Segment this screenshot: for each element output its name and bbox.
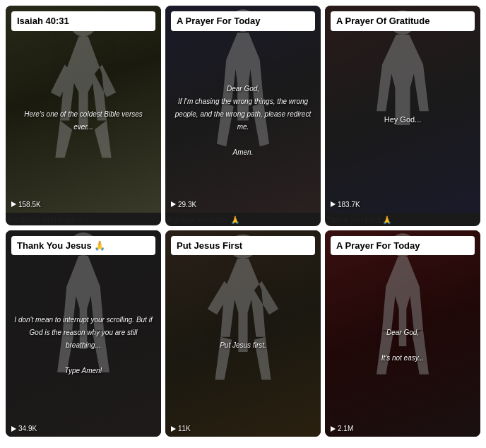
card-column-2: A Prayer For TodayDear God, If I'm chasi…	[165, 6, 321, 226]
play-icon	[331, 201, 336, 207]
video-card-5[interactable]: Put Jesus First♪Put Jesus first.11K	[165, 230, 321, 437]
card-title-box: A Prayer For Today	[171, 11, 315, 31]
views-count: 183.7K	[338, 201, 360, 208]
video-card-6[interactable]: A Prayer For Today♪Dear God, It's not ea…	[325, 230, 480, 437]
card-views: 34.9K	[11, 425, 37, 432]
card-column-3: A Prayer Of GratitudeHey God...183.7KTha…	[325, 6, 480, 226]
card-column-6: A Prayer For Today♪Dear God, It's not ea…	[325, 230, 480, 437]
card-overlay-text: Hey God...	[325, 112, 480, 126]
views-count: 11K	[178, 425, 191, 432]
card-title: A Prayer For Today	[336, 240, 469, 252]
card-overlay-text: Here's one of the coldest Bible verses e…	[6, 107, 161, 132]
play-icon	[11, 201, 16, 207]
card-overlay-text: Put Jesus first.	[165, 338, 321, 350]
music-icon: ♪	[150, 236, 154, 244]
card-caption: Thank you Lord 🙏 ...	[325, 213, 480, 226]
card-views: 183.7K	[331, 201, 360, 208]
card-title: A Prayer For Today	[177, 16, 309, 27]
video-card-2[interactable]: A Prayer For TodayDear God, If I'm chasi…	[165, 6, 321, 226]
card-title-box: A Prayer Of Gratitude	[331, 11, 475, 31]
card-caption: A prayer for today 🙏 ...	[165, 213, 321, 226]
video-card-4[interactable]: Thank You Jesus 🙏♪I don't mean to interr…	[6, 230, 161, 437]
views-count: 29.3K	[178, 201, 196, 208]
card-overlay-text: Dear God, It's not easy...	[325, 325, 480, 363]
card-overlay-text: I don't mean to interrupt your scrolling…	[6, 312, 161, 376]
card-views: 11K	[171, 425, 191, 432]
card-column-1: Isaiah 40:31Here's one of the coldest Bi…	[6, 6, 161, 226]
card-title: Isaiah 40:31	[17, 16, 150, 27]
card-column-5: Put Jesus First♪Put Jesus first.11K	[165, 230, 321, 437]
card-caption: But those who hope in t...	[6, 213, 161, 225]
card-title-box: Put Jesus First	[171, 236, 315, 256]
card-title: Put Jesus First	[177, 240, 309, 252]
views-count: 34.9K	[18, 425, 37, 432]
video-card-1[interactable]: Isaiah 40:31Here's one of the coldest Bi…	[6, 6, 161, 225]
card-title-box: Isaiah 40:31	[11, 11, 155, 31]
video-card-3[interactable]: A Prayer Of GratitudeHey God...183.7KTha…	[325, 6, 480, 226]
card-title-box: A Prayer For Today	[331, 236, 475, 256]
play-icon	[331, 426, 336, 432]
card-title: A Prayer Of Gratitude	[336, 16, 469, 27]
card-title-box: Thank You Jesus 🙏	[11, 236, 155, 256]
play-icon	[171, 426, 176, 432]
card-views: 158.5K	[11, 201, 41, 208]
music-icon: ♪	[470, 236, 473, 244]
play-icon	[11, 426, 16, 432]
views-count: 158.5K	[18, 201, 41, 208]
card-views: 2.1M	[331, 425, 353, 432]
card-column-4: Thank You Jesus 🙏♪I don't mean to interr…	[6, 230, 161, 437]
video-grid: Isaiah 40:31Here's one of the coldest Bi…	[6, 6, 480, 437]
card-overlay-text: Dear God, If I'm chasing the wrong thing…	[165, 81, 321, 158]
card-title: Thank You Jesus 🙏	[17, 240, 150, 252]
play-icon	[171, 201, 176, 207]
card-views: 29.3K	[171, 201, 196, 208]
music-icon: ♪	[310, 236, 314, 244]
views-count: 2.1M	[338, 425, 353, 432]
